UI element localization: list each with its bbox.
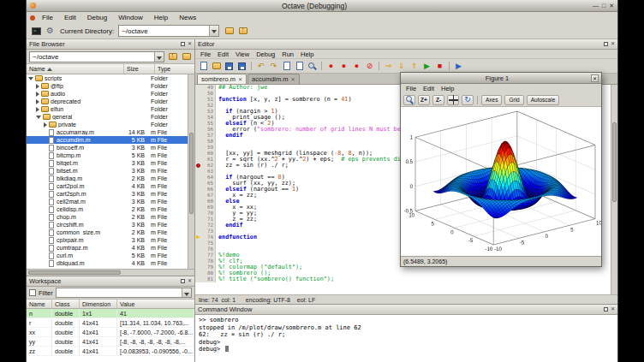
file-browser-path-combobox[interactable]: ~/octave <box>29 51 164 62</box>
tree-file-accumarray.m[interactable]: accumarray.m14 KBm File <box>27 128 188 136</box>
file-browser-hscrollbar[interactable] <box>27 269 194 276</box>
undock-icon[interactable] <box>604 42 608 46</box>
tree-folder-elfun[interactable]: elfunFolder <box>27 105 188 113</box>
expand-icon[interactable] <box>36 84 39 89</box>
tree-folder-scripts[interactable]: scriptsFolder <box>27 74 188 82</box>
workspace-row-yy[interactable]: yydouble41x41[-8, -8, -8, -8, -8, -8, -8… <box>27 337 194 347</box>
command-output[interactable]: >> sombrerostopped in /m/plot/draw/sombr… <box>195 315 617 362</box>
close-button[interactable]: ✕ <box>609 2 614 9</box>
menu-window[interactable]: Window <box>114 14 146 21</box>
tree-file-cart2pol.m[interactable]: cart2pol.m4 KBm File <box>27 182 188 190</box>
redo-icon[interactable]: ↷ <box>268 61 279 72</box>
maximize-button[interactable]: □ <box>602 2 605 9</box>
scrollbar-thumb[interactable] <box>189 133 194 214</box>
directory-up-icon[interactable] <box>237 26 248 37</box>
pan-icon[interactable] <box>447 95 459 105</box>
workspace-header[interactable]: Workspace ✕ <box>27 276 194 287</box>
tree-file-celldisp.m[interactable]: celldisp.m2 KBm File <box>27 205 188 213</box>
fb-column-size[interactable]: Size <box>124 64 155 74</box>
minimize-button[interactable]: — <box>593 2 599 9</box>
workspace-row-r[interactable]: rdouble41x41[11.314, 11.034, 10.763,... <box>27 318 194 328</box>
fb-column-name[interactable]: Name <box>27 64 124 74</box>
close-icon[interactable]: ✕ <box>611 42 615 46</box>
tab-sombrero.m[interactable]: sombrero.m✕ <box>197 74 247 84</box>
figure-grid-button[interactable]: Grid <box>504 95 523 105</box>
terminal-icon[interactable] <box>31 26 42 37</box>
chevron-down-icon[interactable] <box>154 52 164 62</box>
tree-file-chop.m[interactable]: chop.m2 KBm File <box>27 213 188 221</box>
undock-icon[interactable] <box>181 42 185 46</box>
figure-menu-help[interactable]: Help <box>438 85 457 92</box>
close-icon[interactable]: ✕ <box>291 76 295 82</box>
tree-folder-deprecated[interactable]: deprecatedFolder <box>27 98 188 105</box>
figure-titlebar[interactable]: Figure 1 ✕ <box>401 73 601 84</box>
workspace-row-n[interactable]: ndouble1x141 <box>27 309 194 318</box>
figure-menu-edit[interactable]: Edit <box>420 85 438 92</box>
ws-column-dimension[interactable]: Dimension <box>80 300 117 308</box>
menu-debug[interactable]: Debug <box>83 14 112 21</box>
ws-column-value[interactable]: Value <box>117 300 194 308</box>
ws-column-name[interactable]: Name <box>27 300 52 308</box>
figure-window[interactable]: Figure 1 ✕ FileEditHelp Z+Z-↻ AxesGridAu… <box>400 72 602 267</box>
scrollbar-thumb[interactable] <box>28 270 121 275</box>
toggle-breakpoint-icon[interactable]: ● <box>325 61 337 72</box>
undo-icon[interactable]: ↶ <box>255 61 266 72</box>
undock-icon[interactable] <box>604 307 608 312</box>
editor-menu-help[interactable]: Help <box>297 50 317 58</box>
expand-icon[interactable] <box>36 92 39 97</box>
filter-checkbox[interactable] <box>29 289 36 296</box>
tab-accumdim.m[interactable]: accumdim.m✕ <box>247 74 300 84</box>
menu-edit[interactable]: Edit <box>60 14 80 21</box>
browse-directory-icon[interactable] <box>224 26 235 37</box>
save-and-run-icon[interactable]: ▶ <box>453 61 464 72</box>
expand-icon[interactable] <box>44 122 47 128</box>
tree-folder-@ftp[interactable]: @ftpFolder <box>27 82 188 90</box>
expand-icon[interactable] <box>36 107 39 112</box>
command-window-header[interactable]: Command Window ✕ <box>195 305 617 315</box>
tree-folder-audio[interactable]: audioFolder <box>27 90 188 98</box>
paste-icon[interactable] <box>294 61 305 72</box>
chevron-down-icon[interactable] <box>209 26 218 36</box>
tree-file-common_size.m[interactable]: common_size.m2 KBm File <box>27 228 188 236</box>
chevron-down-icon[interactable] <box>182 288 191 297</box>
zoom-out-button[interactable]: Z- <box>432 95 444 105</box>
tree-folder-general[interactable]: generalFolder <box>27 113 188 121</box>
figure-axes-button[interactable]: Axes <box>481 95 502 105</box>
workspace-row-zz[interactable]: zzdouble41x41[-0.083953, -0.090556, -0..… <box>27 347 194 356</box>
collapse-icon[interactable] <box>36 116 41 119</box>
editor-menu-file[interactable]: File <box>197 50 214 58</box>
step-out-icon[interactable]: ⇑ <box>408 61 420 72</box>
open-file-icon[interactable] <box>211 61 222 72</box>
scrollbar-thumb[interactable] <box>612 122 617 202</box>
menu-news[interactable]: News <box>175 14 200 21</box>
figure-close-button[interactable]: ✕ <box>591 74 599 82</box>
save-as-icon[interactable] <box>236 61 247 72</box>
copy-icon[interactable] <box>281 61 292 72</box>
step-in-icon[interactable]: ⇓ <box>396 61 407 72</box>
tree-file-bitset.m[interactable]: bitset.m3 KBm File <box>27 167 188 175</box>
workspace-row-xx[interactable]: xxdouble41x41[-8, -7.6000, -7.2000, -6.8… <box>27 328 194 337</box>
tree-file-cell2mat.m[interactable]: cell2mat.m3 KBm File <box>27 198 188 205</box>
rotate-icon[interactable]: ↻ <box>462 95 474 105</box>
folder-actions-icon[interactable] <box>181 51 192 62</box>
editor-vscrollbar[interactable] <box>611 85 617 294</box>
filter-combobox[interactable] <box>56 288 192 298</box>
editor-menu-edit[interactable]: Edit <box>214 50 232 58</box>
menu-file[interactable]: File <box>38 14 57 21</box>
fb-column-type[interactable]: Type <box>155 64 194 74</box>
editor-menu-debug[interactable]: Debug <box>253 50 278 58</box>
tree-file-bincoeff.m[interactable]: bincoeff.m3 KBm File <box>27 144 188 151</box>
editor-header[interactable]: Editor ✕ <box>195 39 617 50</box>
expand-icon[interactable] <box>36 99 39 104</box>
menu-help[interactable]: Help <box>150 14 172 21</box>
close-icon[interactable]: ✕ <box>188 42 192 46</box>
file-browser-vscrollbar[interactable] <box>188 74 194 269</box>
tree-file-dblquad.m[interactable]: dblquad.m4 KBm File <box>27 259 188 267</box>
tree-file-curl.m[interactable]: curl.m5 KBm File <box>27 252 188 259</box>
breakpoint-marker[interactable] <box>196 163 200 168</box>
undock-icon[interactable] <box>181 279 185 283</box>
current-directory-combobox[interactable]: ~/octave <box>118 25 219 37</box>
exit-debug-icon[interactable]: ■ <box>434 61 445 72</box>
previous-breakpoint-icon[interactable]: ● <box>351 61 362 72</box>
editor-menu-view[interactable]: View <box>232 50 253 58</box>
